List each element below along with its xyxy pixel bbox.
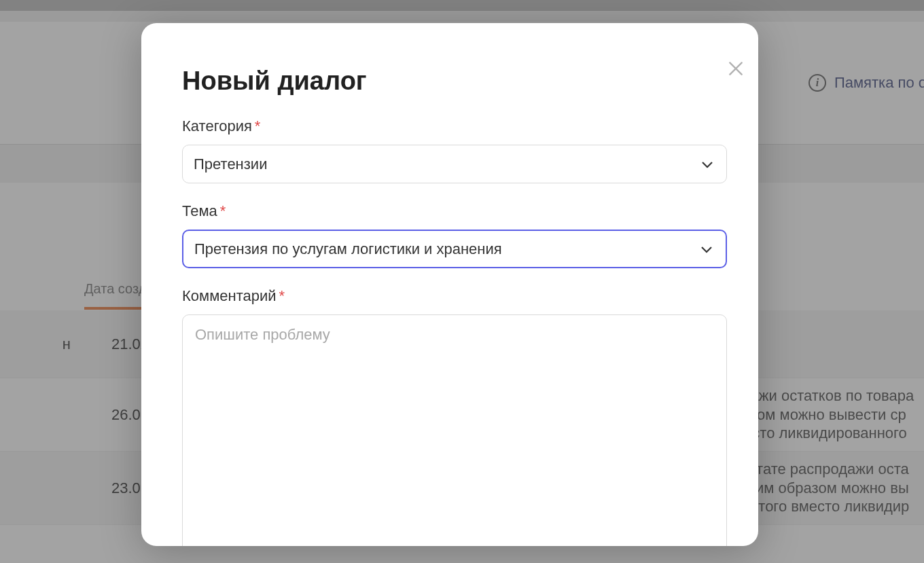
field-comment: Комментарий* xyxy=(182,287,727,546)
category-select-value: Претензии xyxy=(194,156,267,173)
chevron-down-icon xyxy=(699,156,715,172)
field-category-label: Категория* xyxy=(182,117,727,135)
chevron-down-icon xyxy=(698,241,715,257)
category-select[interactable]: Претензии xyxy=(182,145,727,183)
topic-select[interactable]: Претензия по услугам логистики и хранени… xyxy=(182,230,727,268)
new-dialog-modal: Новый диалог Категория* Претензии Тема* … xyxy=(141,23,758,546)
field-category: Категория* Претензии xyxy=(182,117,727,183)
field-comment-label: Комментарий* xyxy=(182,287,727,305)
close-icon xyxy=(727,60,745,77)
topic-select-value: Претензия по услугам логистики и хранени… xyxy=(194,240,502,258)
field-topic: Тема* Претензия по услугам логистики и х… xyxy=(182,202,727,268)
modal-body: Категория* Претензии Тема* Претензия по … xyxy=(141,109,758,546)
close-button[interactable] xyxy=(726,58,746,79)
field-topic-label: Тема* xyxy=(182,202,727,220)
comment-textarea[interactable] xyxy=(182,314,727,546)
modal-title: Новый диалог xyxy=(141,23,758,109)
